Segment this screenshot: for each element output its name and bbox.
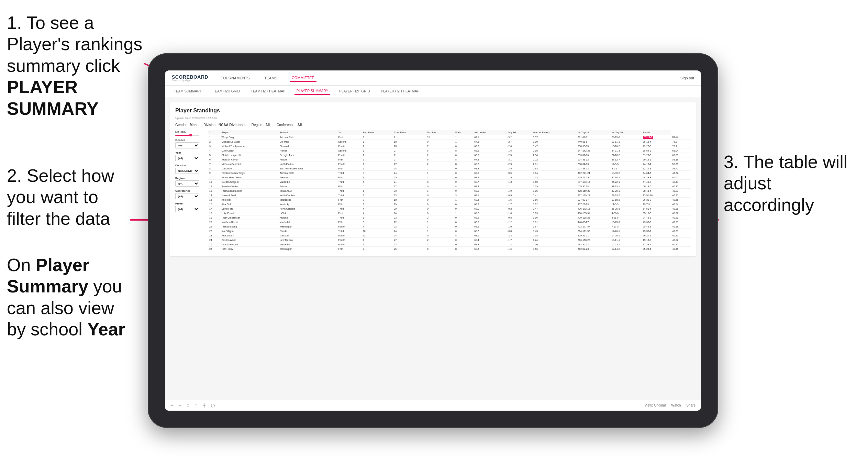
table-cell: 4 bbox=[361, 180, 393, 184]
watch-button[interactable]: Watch bbox=[670, 403, 682, 408]
col-conf-rank: Conf Rank bbox=[392, 130, 426, 135]
table-cell: 1 bbox=[426, 220, 454, 224]
table-cell: 1 bbox=[454, 211, 473, 215]
sidebar-filters: No Rds. Gender Men Year bbox=[175, 130, 203, 251]
table-cell: 68.3 bbox=[473, 202, 506, 207]
sidebar-region-select[interactable]: N/A bbox=[175, 180, 199, 187]
table-cell: 1 bbox=[426, 171, 454, 175]
table-cell: 0 bbox=[426, 193, 454, 198]
table-cell: 0 bbox=[454, 220, 473, 224]
table-cell: Missouri bbox=[278, 233, 337, 238]
clock-icon[interactable]: ◯ bbox=[210, 403, 216, 408]
table-cell: 514-111-52 bbox=[576, 229, 610, 233]
table-cell: 25 bbox=[208, 242, 220, 247]
table-cell: 24 bbox=[208, 238, 220, 242]
table-cell: Vanderbilt bbox=[278, 180, 337, 184]
sidebar-player-select[interactable]: (All) bbox=[175, 206, 199, 212]
table-cell: 19-11-1 bbox=[610, 140, 642, 144]
table-cell: 68.6 bbox=[473, 233, 506, 238]
subnav-player-h2h-heatmap[interactable]: PLAYER H2H HEATMAP bbox=[379, 88, 422, 94]
table-cell: -2.3 bbox=[506, 233, 532, 238]
logo-area: SCOREBOARD Powered by dippd TOURNAMENTS … bbox=[172, 74, 316, 82]
table-cell: 69.1 bbox=[473, 224, 506, 229]
instruction-step3: 3. The table will adjust accordingly bbox=[724, 151, 854, 215]
table-cell: Jackson Koivun bbox=[220, 157, 278, 162]
table-row: 18Luke PowellUCLAFirst4240168.0-1.81.134… bbox=[208, 211, 691, 215]
table-cell: -1.7 bbox=[506, 238, 532, 242]
table-cell: 1.47 bbox=[532, 144, 576, 148]
table-row: 9Preston SummerhaysArizona StateThird324… bbox=[208, 171, 691, 175]
table-cell: -1.6 bbox=[506, 148, 532, 153]
table-cell: 469-72-25 bbox=[576, 175, 610, 180]
table-cell: Fifth bbox=[337, 202, 361, 207]
subnav-player-h2h-grid[interactable]: PLAYER H2H GRID bbox=[337, 88, 372, 94]
table-cell: 18 bbox=[392, 198, 426, 202]
table-cell: -1.5 bbox=[506, 175, 532, 180]
subnav-player-summary[interactable]: PLAYER SUMMARY bbox=[294, 88, 330, 95]
table-cell: 19-16-0 bbox=[642, 238, 671, 242]
panel-title: Player Standings bbox=[175, 108, 691, 114]
table-row: 17David FordNorth CarolinaThird4290968.0… bbox=[208, 207, 691, 211]
table-cell: 23 bbox=[392, 193, 426, 198]
table-cell: 4 bbox=[361, 224, 393, 229]
toolbar-btn-2[interactable]: ⊤ bbox=[193, 403, 199, 408]
table-cell: 67.1 bbox=[473, 135, 506, 140]
table-cell: 1 bbox=[392, 135, 426, 140]
table-row: 19Tiger ChristensenArizonaThird5232069.2… bbox=[208, 215, 691, 220]
panel-body: No Rds. Gender Men Year bbox=[175, 130, 691, 251]
table-cell: 8 bbox=[454, 157, 473, 162]
sign-out-link[interactable]: Sign out bbox=[680, 76, 694, 80]
table-cell: 68.0 bbox=[473, 153, 506, 157]
nav-teams[interactable]: TEAMS bbox=[262, 75, 279, 81]
table-cell: 7-17-5 bbox=[610, 224, 642, 229]
sidebar-year-select[interactable]: (All) bbox=[175, 155, 199, 161]
share-button[interactable]: Share bbox=[685, 403, 697, 408]
table-cell: 3.07 bbox=[532, 135, 576, 140]
undo-button[interactable]: ↩ bbox=[169, 403, 175, 408]
table-cell: Vanderbilt bbox=[278, 242, 337, 247]
table-cell: 11 bbox=[208, 180, 220, 184]
table-cell: 20 bbox=[208, 220, 220, 224]
table-cell: 65-54-6 bbox=[642, 148, 671, 153]
table-cell: Third bbox=[337, 215, 361, 220]
subnav-team-h2h-grid[interactable]: TEAM H2H GRID bbox=[211, 88, 242, 94]
table-cell: -1.8 bbox=[506, 211, 532, 215]
table-cell: 24 bbox=[392, 229, 426, 233]
table-cell: Fourth bbox=[337, 242, 361, 247]
table-cell: 1.66 bbox=[532, 198, 576, 202]
bottom-toolbar: ↩ ↪ □ ⊤ ┼ ◯ View: Original Watch Share bbox=[165, 400, 701, 411]
table-cell: 7 bbox=[361, 198, 393, 202]
table-cell: 0 bbox=[426, 247, 454, 251]
toolbar-btn-3[interactable]: ┼ bbox=[202, 403, 207, 408]
table-cell: 467-29-23 bbox=[576, 202, 610, 207]
table-cell: 18 bbox=[392, 140, 426, 144]
table-cell: 208-96-13 bbox=[576, 144, 610, 148]
table-cell: 68.3 bbox=[473, 166, 506, 171]
table-cell: 17-14-2 bbox=[610, 247, 642, 251]
sidebar-conference-select[interactable]: (All) bbox=[175, 193, 199, 199]
nav-committee[interactable]: COMMITTEE bbox=[290, 74, 316, 82]
table-cell: -2.5 bbox=[506, 153, 532, 157]
table-cell: 3 bbox=[361, 171, 393, 175]
table-cell: 86.20 bbox=[671, 135, 691, 140]
table-cell: Luke Claton bbox=[220, 148, 278, 153]
table-cell: 50-19-9 bbox=[642, 157, 671, 162]
slider-thumb[interactable] bbox=[189, 134, 192, 136]
table-cell: 429-198-22 bbox=[576, 215, 610, 220]
table-cell: 0.87 bbox=[532, 224, 576, 229]
table-cell: 14-20-1 bbox=[610, 233, 642, 238]
table-cell: 58.42 bbox=[671, 166, 691, 171]
sidebar-division-select[interactable]: NCAA Division I bbox=[175, 168, 199, 174]
table-cell: Michael Le Sasso bbox=[220, 140, 278, 144]
gender-label: Gender: bbox=[175, 123, 188, 127]
toolbar-btn-1[interactable]: □ bbox=[186, 403, 190, 408]
table-cell: First bbox=[337, 135, 361, 140]
nav-tournaments[interactable]: TOURNAMENTS bbox=[219, 75, 252, 81]
sidebar-gender-select[interactable]: Men bbox=[175, 142, 199, 148]
view-original-button[interactable]: View: Original bbox=[643, 403, 667, 408]
table-cell: 1.56 bbox=[532, 247, 576, 251]
redo-button[interactable]: ↪ bbox=[177, 403, 183, 408]
table-cell: 2 bbox=[208, 140, 220, 144]
subnav-team-summary[interactable]: TEAM SUMMARY bbox=[172, 88, 204, 94]
subnav-team-h2h-heatmap[interactable]: TEAM H2H HEATMAP bbox=[249, 88, 288, 94]
